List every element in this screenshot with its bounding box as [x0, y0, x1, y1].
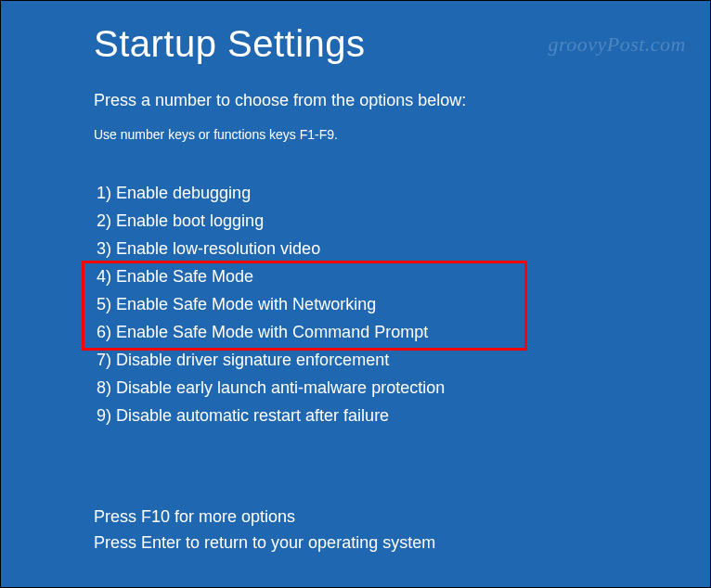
- instruction-text: Press a number to choose from the option…: [94, 91, 617, 110]
- option-disable-driver-signature[interactable]: 7) Disable driver signature enforcement: [94, 346, 617, 374]
- option-enable-low-res-video[interactable]: 3) Enable low-resolution video: [94, 235, 617, 262]
- option-enable-safe-mode-cmd[interactable]: 6) Enable Safe Mode with Command Prompt: [94, 318, 617, 346]
- options-list: 1) Enable debugging 2) Enable boot loggi…: [94, 179, 617, 429]
- footer-return: Press Enter to return to your operating …: [94, 530, 435, 556]
- hint-text: Use number keys or functions keys F1-F9.: [94, 127, 617, 142]
- footer-more-options: Press F10 for more options: [94, 504, 435, 530]
- startup-settings-screen: Startup Settings Press a number to choos…: [1, 1, 710, 429]
- option-disable-anti-malware[interactable]: 8) Disable early launch anti-malware pro…: [94, 374, 617, 402]
- option-enable-safe-mode-networking[interactable]: 5) Enable Safe Mode with Networking: [94, 290, 617, 318]
- option-disable-auto-restart[interactable]: 9) Disable automatic restart after failu…: [94, 402, 617, 429]
- footer: Press F10 for more options Press Enter t…: [94, 504, 435, 556]
- page-title: Startup Settings: [94, 23, 617, 65]
- option-enable-safe-mode[interactable]: 4) Enable Safe Mode: [94, 262, 617, 290]
- option-enable-boot-logging[interactable]: 2) Enable boot logging: [94, 207, 617, 235]
- watermark-text: groovyPost.com: [548, 32, 686, 57]
- option-enable-debugging[interactable]: 1) Enable debugging: [94, 179, 617, 207]
